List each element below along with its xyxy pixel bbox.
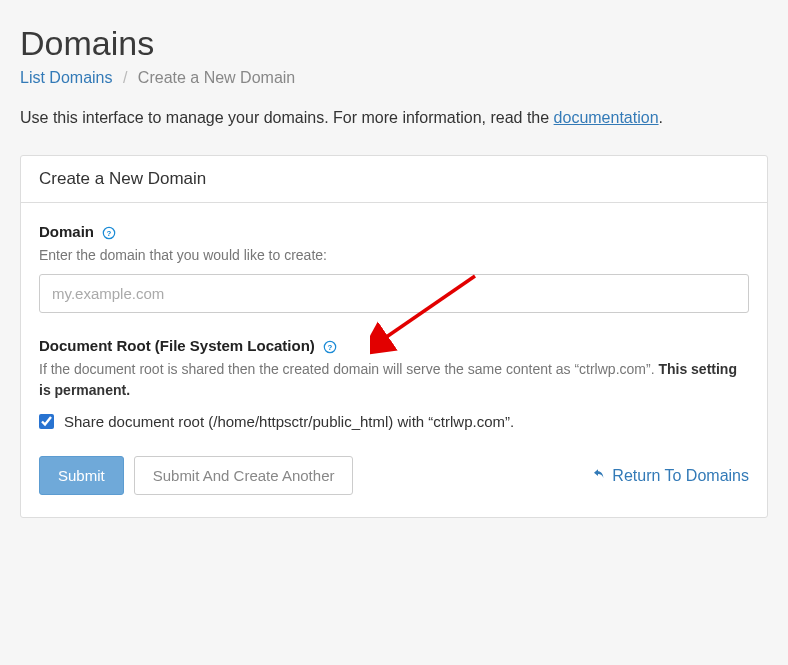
breadcrumb-current: Create a New Domain [138,69,295,86]
submit-button[interactable]: Submit [39,456,124,495]
breadcrumb-separator: / [117,69,133,86]
svg-text:?: ? [328,343,333,352]
return-to-domains-link[interactable]: Return To Domains [590,467,749,485]
breadcrumb-list-domains[interactable]: List Domains [20,69,112,86]
domain-field-group: Domain ? Enter the domain that you would… [39,223,749,313]
share-docroot-label: Share document root (/home/httpsctr/publ… [64,413,514,430]
help-icon[interactable]: ? [102,226,116,240]
domain-hint: Enter the domain that you would like to … [39,245,749,266]
actions-row: Submit Submit And Create Another Return … [39,430,749,495]
help-icon[interactable]: ? [323,340,337,354]
undo-arrow-icon [590,468,606,484]
domain-label: Domain [39,223,94,240]
documentation-link[interactable]: documentation [554,109,659,126]
domain-input[interactable] [39,274,749,313]
intro-suffix: . [659,109,663,126]
docroot-label: Document Root (File System Location) [39,337,315,354]
page-title: Domains [20,24,768,63]
docroot-hint: If the document root is shared then the … [39,359,749,401]
intro-text: Use this interface to manage your domain… [20,109,768,127]
intro-prefix: Use this interface to manage your domain… [20,109,554,126]
svg-text:?: ? [107,229,112,238]
breadcrumb: List Domains / Create a New Domain [20,69,768,87]
submit-create-another-button[interactable]: Submit And Create Another [134,456,354,495]
share-docroot-row[interactable]: Share document root (/home/httpsctr/publ… [39,413,749,430]
panel-heading: Create a New Domain [21,156,767,203]
docroot-field-group: Document Root (File System Location) ? I… [39,337,749,430]
return-link-label: Return To Domains [612,467,749,485]
create-domain-panel: Create a New Domain Domain ? Enter the d… [20,155,768,518]
share-docroot-checkbox[interactable] [39,414,54,429]
docroot-hint-prefix: If the document root is shared then the … [39,361,658,377]
